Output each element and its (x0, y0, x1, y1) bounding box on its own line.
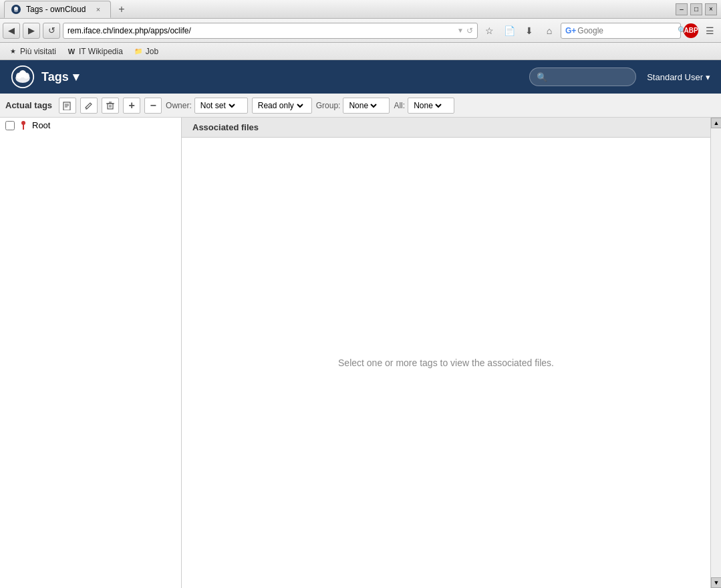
app-user-name: Standard User (647, 72, 703, 82)
tab-title: Tags - ownCloud (26, 5, 86, 14)
group-select-wrap: Group: None (316, 98, 390, 114)
group-select[interactable]: None (343, 98, 390, 114)
toolbar: Actual tags + − Owner: Not set Read only (0, 94, 721, 118)
active-tab[interactable]: Tags - ownCloud × (4, 1, 111, 18)
all-label: All: (394, 101, 405, 110)
app-title-dropdown-icon[interactable]: ▾ (73, 69, 79, 84)
forward-button[interactable]: ▶ (23, 23, 40, 39)
piu-visitati-icon: ★ (8, 47, 17, 56)
window-controls: – □ × (676, 3, 717, 15)
download-button[interactable]: ⬇ (521, 23, 538, 39)
bookmark-job-label: Job (146, 47, 158, 56)
svg-point-5 (19, 70, 27, 78)
search-input[interactable] (577, 26, 678, 35)
all-select-wrap: All: None (394, 98, 454, 114)
home-button[interactable]: ⌂ (541, 23, 558, 39)
owner-select[interactable]: Not set (194, 98, 248, 114)
browser-window: Tags - ownCloud × + – □ × ◀ ▶ ↺ ▼ ↺ ☆ 📄 … (0, 0, 721, 588)
refresh-button[interactable]: ↺ (43, 23, 60, 39)
tag-item-root[interactable]: Root (0, 118, 181, 133)
bookmarks-bar: ★ Più visitati W IT Wikipedia 📁 Job (0, 43, 721, 60)
new-tag-button[interactable] (59, 98, 76, 114)
svg-rect-17 (23, 124, 24, 130)
owner-label: Owner: (166, 101, 192, 110)
bookmark-piu-visitati-label: Più visitati (20, 47, 56, 56)
associated-files-panel: Associated files Select one or more tags… (182, 118, 710, 588)
app-user-dropdown-icon: ▾ (706, 72, 710, 82)
all-select-input[interactable]: None (411, 100, 444, 111)
nav-bar: ◀ ▶ ↺ ▼ ↺ ☆ 📄 ⬇ ⌂ G+ 🔍 ABP ☰ (0, 19, 721, 43)
scrollbar[interactable]: ▲ ▼ (710, 118, 721, 588)
restore-button[interactable]: □ (690, 3, 702, 15)
tag-color-icon-root (19, 121, 28, 130)
app-search-box[interactable]: 🔍 (529, 67, 636, 86)
close-button[interactable]: × (705, 3, 717, 15)
svg-rect-6 (63, 102, 70, 110)
app-header: Tags ▾ 🔍 Standard User ▾ (0, 60, 721, 94)
address-bar[interactable] (67, 26, 457, 35)
scroll-up-button[interactable]: ▲ (711, 118, 721, 128)
app-title-text: Tags (41, 70, 69, 84)
adblock-button[interactable]: ABP (684, 23, 698, 38)
all-select[interactable]: None (408, 98, 454, 114)
scrollbar-track[interactable] (711, 128, 721, 577)
main-content: Root Associated files Select one or more… (0, 118, 721, 588)
title-bar: Tags - ownCloud × + – □ × (0, 0, 721, 19)
tags-list-panel: Root (0, 118, 182, 588)
tab-favicon (11, 5, 21, 14)
bookmark-wikipedia[interactable]: W IT Wikipedia (64, 45, 126, 57)
owner-select-input[interactable]: Not set (198, 100, 237, 111)
bookmark-piu-visitati[interactable]: ★ Più visitati (5, 45, 59, 57)
tag-checkbox-root[interactable] (5, 121, 15, 130)
address-bar-wrap: ▼ ↺ (63, 23, 478, 39)
dropdown-icon: ▼ (457, 27, 464, 34)
group-select-input[interactable]: None (346, 100, 379, 111)
bookmark-job[interactable]: 📁 Job (131, 45, 161, 57)
search-engine-icon: G+ (565, 26, 576, 35)
menu-button[interactable]: ☰ (701, 23, 718, 39)
visibility-select-wrap: Read only Public Private (252, 98, 312, 114)
bookmark-wikipedia-label: IT Wikipedia (79, 47, 123, 56)
svg-rect-11 (108, 104, 113, 109)
add-button[interactable]: + (123, 98, 140, 114)
visibility-select[interactable]: Read only Public Private (252, 98, 312, 114)
minimize-button[interactable]: – (676, 3, 688, 15)
group-label: Group: (316, 101, 341, 110)
owner-select-wrap: Owner: Not set (166, 98, 248, 114)
toolbar-label: Actual tags (5, 100, 52, 110)
associated-files-header: Associated files (182, 118, 710, 138)
app-logo (11, 65, 35, 89)
visibility-select-input[interactable]: Read only Public Private (255, 100, 305, 111)
associated-files-body: Select one or more tags to view the asso… (182, 138, 710, 588)
job-icon: 📁 (134, 47, 143, 56)
svg-point-0 (14, 7, 18, 11)
delete-tag-button[interactable] (102, 98, 119, 114)
bookmark-star-button[interactable]: ☆ (480, 23, 498, 39)
associated-files-title: Associated files (192, 122, 259, 132)
tab-close-button[interactable]: × (93, 4, 104, 15)
app-user[interactable]: Standard User ▾ (647, 72, 710, 82)
scroll-down-button[interactable]: ▼ (711, 577, 721, 588)
back-button[interactable]: ◀ (3, 23, 20, 39)
app-search: 🔍 (529, 67, 636, 86)
app-title: Tags ▾ (41, 69, 79, 84)
reading-list-button[interactable]: 📄 (500, 23, 518, 39)
search-bar-wrap: G+ 🔍 (561, 23, 681, 39)
refresh-icon: ↺ (466, 26, 473, 35)
tag-name-root: Root (32, 120, 50, 130)
edit-tag-button[interactable] (80, 98, 98, 114)
empty-message: Select one or more tags to view the asso… (338, 357, 554, 368)
wikipedia-icon: W (67, 47, 76, 56)
minus-button[interactable]: − (144, 98, 162, 114)
app-search-icon: 🔍 (537, 72, 547, 82)
new-tab-button[interactable]: + (114, 2, 130, 17)
